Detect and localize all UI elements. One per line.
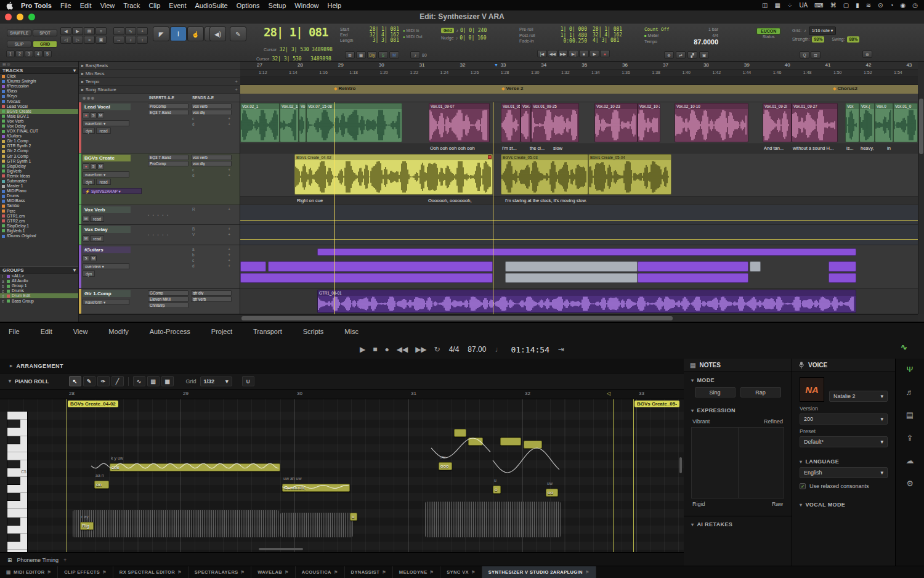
track-name[interactable]: Vox Delay: [83, 226, 131, 233]
automation-line[interactable]: [240, 239, 918, 240]
language-select[interactable]: English▾: [800, 467, 888, 478]
window-tiling-icon[interactable]: ▦: [775, 2, 780, 9]
track-controls-bgvs-create[interactable]: BGVs Create ●SM waveform ▾ dynread ⚡ Syn…: [79, 153, 240, 205]
sidebar-track-fkeys[interactable]: fKeys: [0, 94, 78, 99]
voice-avatar[interactable]: NA: [800, 377, 824, 402]
piano-key[interactable]: [7, 493, 20, 501]
eucon-badge[interactable]: EUCON: [756, 28, 780, 35]
ara-plugin-chip[interactable]: ⚡ SyntVS2ARAP ▾: [83, 188, 142, 194]
loop-marker[interactable]: ◁: [607, 391, 610, 396]
tab-sync-vx[interactable]: SYNC VX⚑: [440, 566, 482, 578]
timeline-link-button[interactable]: ⇄: [676, 51, 686, 59]
zoom-vertical-button[interactable]: ↕: [137, 36, 148, 44]
nudge-value[interactable]: 0| 0| 160: [460, 35, 486, 41]
sidebar-track-vox-verb[interactable]: Vox Verb: [0, 119, 78, 124]
menu-view[interactable]: View: [100, 2, 115, 9]
window-config-button[interactable]: ⌗: [95, 27, 107, 35]
clip-vox-01-09-27[interactable]: Vox.01_09-27: [792, 103, 838, 142]
insertion-follows-button[interactable]: ▣: [95, 36, 107, 44]
pr-clip-bgvs-create-05[interactable]: BGVs Create_05-: [634, 401, 679, 407]
solo-indicator-button[interactable]: S: [378, 51, 388, 59]
midi-clip[interactable]: [638, 261, 748, 272]
sv-menu-modify[interactable]: Modify: [108, 328, 128, 335]
menu-audiosuite[interactable]: AudioSuite: [195, 2, 227, 9]
automation-line[interactable]: [240, 220, 918, 221]
menu-window[interactable]: Window: [294, 2, 318, 9]
midi-clip[interactable]: [829, 273, 856, 283]
swing-value[interactable]: 88%: [847, 36, 859, 43]
tab-clip-effects[interactable]: CLIP EFFECTS⚑: [58, 566, 113, 578]
language-section[interactable]: ▾LANGUAGE: [792, 454, 895, 467]
stop-button[interactable]: ■: [579, 50, 589, 57]
tempo-display[interactable]: 87.00: [468, 345, 486, 354]
track-view-selector[interactable]: waveform ▾: [83, 120, 129, 126]
plugin-vox-verb[interactable]: vox verb: [191, 104, 232, 109]
sidebar-track-gtr-3-comp[interactable]: Gtr 3.Comp: [0, 154, 78, 159]
sidebar-track-perc[interactable]: Perc: [0, 209, 78, 214]
version-select[interactable]: 200▾: [800, 413, 888, 425]
empty-slot-c[interactable]: c+: [191, 258, 232, 263]
selector-tool-button[interactable]: I: [170, 26, 187, 41]
sidebar-track-midipiano[interactable]: MIDIPiano: [0, 189, 78, 193]
piano-note[interactable]: [468, 438, 483, 446]
insert-view-button[interactable]: ⊞: [345, 51, 355, 59]
clip-vo[interactable]: Vo: [299, 103, 306, 142]
forward-button[interactable]: ▶▶: [415, 345, 426, 354]
solo-button[interactable]: S: [90, 112, 97, 118]
clip-bgvs-create-04-02[interactable]: BGVs Create_04-02: [294, 154, 493, 195]
end-value[interactable]: 32| 4| 162: [370, 32, 399, 38]
lane-lead-vocal[interactable]: Vox.02_1Vox.02_1iVoVox.07_15-08Vox.01_09…: [240, 102, 918, 144]
lane-vox-delay[interactable]: [240, 225, 918, 245]
zoom-box-button[interactable]: ⊡: [811, 51, 821, 59]
sidebar-track-lead-vocal[interactable]: Lead Vocal: [0, 104, 78, 109]
piano-key[interactable]: C5: [7, 468, 28, 476]
tab-spectralayers[interactable]: SPECTRALAYERS⚑: [188, 566, 251, 578]
siri-icon[interactable]: ◉: [901, 2, 906, 9]
zoom-toggle-button[interactable]: Q: [800, 51, 809, 59]
sends-header[interactable]: SENDS A-E: [192, 96, 214, 100]
clip-vox-02-1i[interactable]: Vox.02_1i: [280, 103, 299, 142]
solo-button[interactable]: S: [90, 163, 97, 169]
piano-note[interactable]: [454, 429, 466, 437]
sv-menu-transport[interactable]: Transport: [253, 328, 282, 335]
grid-mode-button[interactable]: GRID: [33, 41, 57, 47]
clip-vox-02-1[interactable]: Vox.02_1: [240, 103, 280, 142]
stage-manager-icon[interactable]: ◫: [762, 2, 768, 9]
lane-fguitars[interactable]: [240, 245, 918, 289]
keyboard-icon[interactable]: ⌨: [814, 2, 823, 9]
menu-help[interactable]: Help: [327, 2, 341, 9]
sidebar-track-gtr-1-comp[interactable]: Gtr 1.Comp: [0, 139, 78, 144]
track-name[interactable]: Gtr 1.Comp: [83, 290, 131, 297]
grid-value[interactable]: 0| 0| 240: [460, 28, 487, 33]
phoneme-timing-bar[interactable]: ⊞ Phoneme Timing +: [0, 552, 684, 567]
piano-key[interactable]: [7, 436, 20, 444]
pitch-tool-button[interactable]: ∿: [133, 376, 145, 386]
apple-menu-icon[interactable]: [6, 1, 14, 10]
empty-slot-d[interactable]: d+: [191, 173, 232, 178]
automation-mode[interactable]: read: [90, 235, 104, 242]
menu-options[interactable]: Options: [237, 2, 260, 9]
zoom-preset-2-button[interactable]: 2: [15, 51, 24, 57]
mute-button[interactable]: M: [83, 216, 89, 222]
sidebar-track-male-bgv-1[interactable]: Male BGV.1: [0, 114, 78, 119]
rap-mode-button[interactable]: Rap: [740, 387, 781, 397]
display-icon[interactable]: ▢: [843, 2, 849, 9]
roll-horizontal-scrollbar[interactable]: [259, 548, 303, 550]
grid-value-select[interactable]: 1/16 note ▾: [809, 26, 837, 35]
piano-key[interactable]: [7, 428, 28, 436]
sv-menu-scripts[interactable]: Scripts: [303, 328, 324, 335]
clip-vox-01-09-2i[interactable]: Vox.01_09-2i: [763, 103, 792, 142]
pointer-tool-button[interactable]: ↖: [69, 376, 81, 386]
sidebar-track-submaster[interactable]: Submaster: [0, 179, 78, 184]
zoom-in-button[interactable]: +: [137, 27, 148, 35]
piano-note-ooooooh[interactable]: Ooooooh,: [282, 484, 350, 492]
mini-view-button[interactable]: ▦: [356, 51, 366, 59]
step-input-icon[interactable]: ⇥: [558, 345, 564, 354]
group-all[interactable]: !<ALL>: [0, 274, 78, 279]
piano-note[interactable]: [500, 438, 521, 446]
sv-menu-auto-process[interactable]: Auto-Process: [150, 328, 190, 335]
brush-tool-button[interactable]: ✑: [97, 376, 110, 386]
clip-bgvs-create-05-04[interactable]: BGVs Create_05-04: [588, 154, 671, 195]
meter-display[interactable]: 4/4: [449, 345, 460, 354]
groups-header[interactable]: GROUPS▾: [0, 266, 78, 274]
